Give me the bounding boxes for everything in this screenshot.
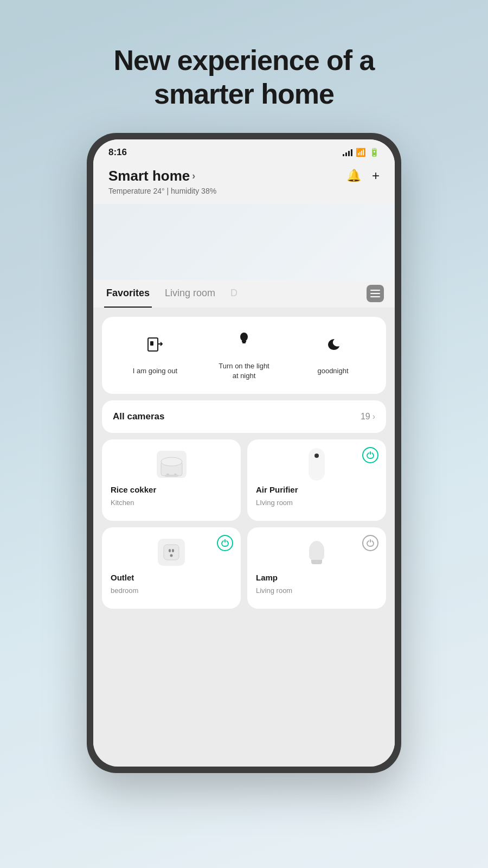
menu-line-1	[370, 290, 380, 291]
signal-icon	[343, 149, 352, 156]
outlet-image	[158, 539, 185, 566]
tab-d[interactable]: D	[228, 280, 240, 308]
going-out-label: I am going out	[133, 366, 177, 376]
rice-cooker-image	[157, 451, 187, 478]
svg-point-3	[240, 333, 248, 341]
rice-cooker-name: Rice cokker	[111, 485, 232, 494]
rice-cooker-icon-area	[111, 448, 232, 481]
cameras-label: All cameras	[113, 411, 164, 422]
device-air-purifier[interactable]: Air Purifier LIving room	[247, 439, 386, 521]
home-title[interactable]: Smart home ›	[108, 168, 195, 184]
lamp-icon-area	[256, 536, 377, 569]
lamp-image	[309, 541, 324, 564]
air-purifier-name: Air Purifier	[256, 485, 377, 494]
svg-point-7	[161, 457, 182, 466]
rice-cooker-location: Kitchen	[111, 499, 232, 507]
tabs-row: Favorites Living room D	[93, 280, 395, 308]
shortcut-light-night[interactable]: Turn on the light at night	[217, 330, 271, 381]
air-purifier-location: LIving room	[256, 499, 377, 507]
notification-bell-icon[interactable]: 🔔	[346, 169, 361, 183]
battery-icon: 🔋	[369, 148, 380, 157]
cameras-card[interactable]: All cameras 19 ›	[102, 400, 386, 433]
svg-rect-4	[242, 341, 246, 342]
lamp-bulb	[309, 541, 324, 560]
outlet-icon-area	[111, 536, 232, 569]
air-purifier-image	[309, 448, 325, 481]
phone-screen: 8:16 📶 🔋 Smart home › 🔔	[93, 139, 395, 767]
svg-rect-12	[169, 549, 171, 552]
menu-line-2	[370, 293, 380, 294]
weather-info: Temperature 24° | humidity 38%	[108, 187, 380, 195]
tab-living-room[interactable]: Living room	[163, 280, 217, 308]
hero-title: New experience of asmarter home	[114, 43, 375, 111]
tab-favorites[interactable]: Favorites	[104, 280, 152, 308]
air-purifier-icon-area	[256, 448, 377, 481]
banner-area	[93, 204, 395, 280]
outlet-power-button[interactable]	[217, 535, 233, 551]
svg-rect-11	[164, 545, 179, 560]
goodnight-icon	[324, 335, 342, 358]
status-time: 8:16	[108, 147, 127, 158]
status-icons: 📶 🔋	[343, 148, 380, 157]
header-area: Smart home › 🔔 + Temperature 24° | humid…	[93, 162, 395, 204]
cameras-count: 19 ›	[361, 412, 375, 422]
menu-line-3	[370, 296, 380, 297]
outlet-location: bedroom	[111, 586, 232, 595]
goodnight-label: goodnight	[317, 366, 348, 376]
add-device-icon[interactable]: +	[372, 168, 380, 183]
phone-frame: 8:16 📶 🔋 Smart home › 🔔	[87, 133, 401, 773]
light-night-label: Turn on the light at night	[217, 361, 271, 381]
shortcuts-card: I am going out Turn on the light at nigh…	[102, 317, 386, 394]
lamp-base	[311, 560, 322, 564]
going-out-icon	[146, 335, 164, 358]
svg-point-14	[170, 554, 173, 557]
outlet-name: Outlet	[111, 573, 232, 582]
chevron-right-icon: ›	[192, 170, 195, 182]
svg-rect-1	[150, 341, 153, 346]
lamp-location: Living room	[256, 586, 377, 595]
lamp-name: Lamp	[256, 573, 377, 582]
header-actions: 🔔 +	[346, 168, 380, 183]
purifier-dot	[314, 454, 319, 458]
device-outlet[interactable]: Outlet bedroom	[102, 527, 241, 609]
air-purifier-power-button[interactable]	[362, 447, 378, 463]
menu-icon[interactable]	[367, 285, 384, 302]
svg-rect-13	[172, 549, 174, 552]
status-bar: 8:16 📶 🔋	[93, 139, 395, 162]
content-area: I am going out Turn on the light at nigh…	[93, 308, 395, 767]
devices-grid: Rice cokker Kitchen	[102, 439, 386, 609]
cameras-chevron-icon: ›	[373, 412, 375, 422]
device-lamp[interactable]: Lamp Living room	[247, 527, 386, 609]
shortcut-going-out[interactable]: I am going out	[128, 335, 182, 376]
wifi-icon: 📶	[356, 148, 366, 157]
light-night-icon	[235, 330, 253, 353]
svg-rect-10	[165, 475, 178, 477]
device-rice-cooker[interactable]: Rice cokker Kitchen	[102, 439, 241, 521]
lamp-power-button[interactable]	[362, 535, 378, 551]
svg-rect-5	[242, 342, 246, 343]
shortcut-goodnight[interactable]: goodnight	[306, 335, 360, 376]
